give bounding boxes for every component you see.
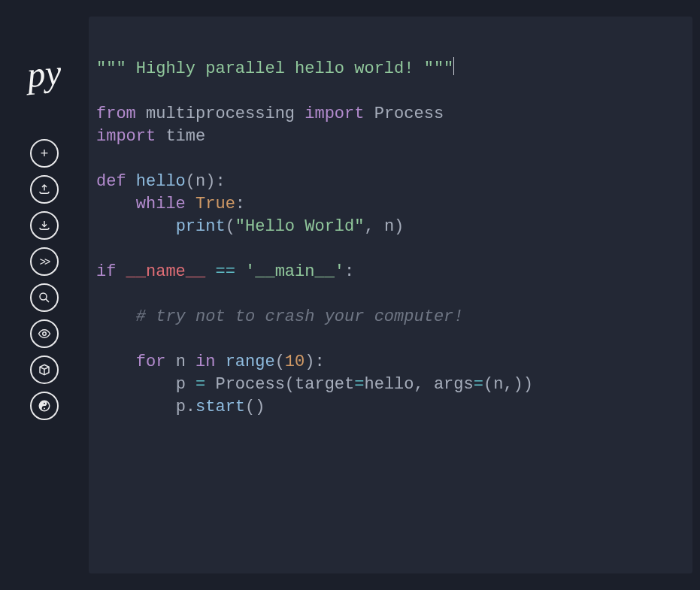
run-button[interactable]: >> (30, 247, 59, 276)
text-cursor (453, 57, 454, 75)
yin-yang-icon (38, 399, 51, 413)
svg-point-1 (43, 332, 47, 336)
download-button[interactable] (30, 211, 59, 240)
search-icon (38, 291, 51, 304)
upload-icon (38, 183, 51, 196)
plus-icon: + (41, 147, 49, 160)
svg-point-4 (44, 407, 45, 409)
logo: py (26, 51, 63, 95)
search-button[interactable] (30, 283, 59, 312)
package-button[interactable] (30, 356, 59, 384)
chevrons-right-icon: >> (40, 256, 49, 267)
code-content: """ Highly parallel hello world! """ fro… (96, 57, 685, 419)
toolbar: + >> (30, 139, 59, 420)
theme-button[interactable] (30, 392, 59, 420)
svg-point-3 (44, 403, 45, 404)
package-icon (38, 363, 51, 377)
download-icon (38, 219, 51, 232)
code-editor[interactable]: """ Highly parallel hello world! """ fro… (89, 17, 692, 573)
view-button[interactable] (30, 319, 59, 348)
upload-button[interactable] (30, 175, 59, 204)
sidebar: py + >> (0, 0, 89, 590)
new-button[interactable]: + (30, 139, 59, 168)
eye-icon (38, 327, 51, 340)
svg-point-0 (40, 293, 47, 300)
